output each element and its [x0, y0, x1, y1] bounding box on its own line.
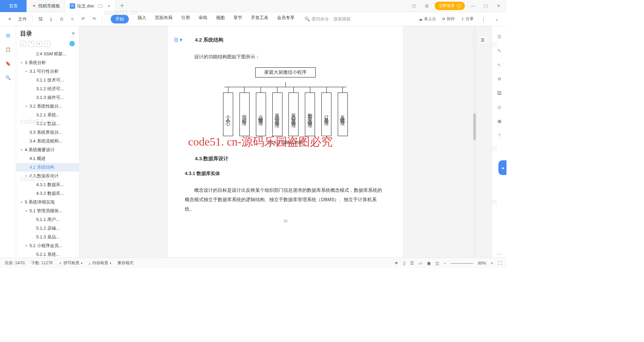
outline-node[interactable]: 5.1.1 用户...	[16, 215, 79, 224]
help-icon[interactable]: ?	[496, 131, 503, 139]
outline-node[interactable]: 3.2.1 系统...	[16, 111, 79, 119]
preview-icon[interactable]: ⍉	[69, 15, 76, 23]
ribbon-start[interactable]: 开始	[111, 15, 129, 23]
close-panel-icon[interactable]: ×	[72, 31, 75, 37]
add-node-icon[interactable]: +	[36, 41, 42, 47]
outline-node[interactable]: 3.4 系统流程和...	[16, 137, 79, 146]
side-fab-button[interactable]: ◂	[498, 160, 506, 175]
collapse-all-icon[interactable]: ⌄	[20, 41, 26, 47]
target-icon[interactable]: ◎	[496, 103, 503, 111]
pen-icon[interactable]: ✎	[496, 47, 503, 54]
scroll-thumb[interactable]	[473, 113, 476, 140]
ribbon-references[interactable]: 引用	[181, 15, 190, 23]
more-icon[interactable]: ⋮	[480, 15, 487, 23]
ribbon-dev[interactable]: 开发工具	[251, 15, 268, 23]
outline-node[interactable]: ▾5.1 管理员模块...	[16, 207, 79, 215]
heading-4-3-1: 4.3.1 数据库实体	[185, 171, 386, 177]
view-outline-icon[interactable]: ☰	[410, 261, 414, 266]
bookmark-toggle-icon[interactable]: ☰	[478, 36, 487, 44]
more-tools-icon[interactable]: ⋯	[496, 250, 503, 258]
save-icon[interactable]: 🖫	[37, 15, 44, 23]
maximize-icon[interactable]: ▢	[481, 1, 490, 11]
outline-node[interactable]: 5.2.1 系统...	[16, 250, 79, 258]
outline-badge-icon[interactable]	[69, 41, 75, 46]
eye-icon[interactable]: 👁	[394, 261, 398, 266]
spellcheck-button[interactable]: ✓拼写检查▾	[59, 260, 83, 266]
page-indicator[interactable]: 页面: 14/31	[5, 260, 25, 266]
ruler-icon[interactable]: ◫	[435, 261, 439, 266]
bookmark-rail-icon[interactable]: 🔖	[4, 60, 12, 67]
close-icon[interactable]: ×	[108, 3, 110, 9]
remove-node-icon[interactable]: −	[44, 41, 50, 47]
layout-icon[interactable]: ▣	[496, 117, 503, 125]
zoom-value[interactable]: 80%	[478, 261, 486, 266]
cloud-status[interactable]: ☁未上云	[419, 16, 436, 22]
outline-node[interactable]: 3.1.3 操作可...	[16, 93, 79, 102]
collab-button[interactable]: ⟳协作	[442, 16, 455, 22]
tab-home[interactable]: 首页	[0, 0, 27, 12]
redo-icon[interactable]: ↷	[90, 15, 98, 23]
outline-node[interactable]: 4.2 系统结构	[16, 163, 79, 172]
menu-icon[interactable]: ≡	[6, 15, 13, 23]
apps-grid-icon[interactable]: ⊞	[422, 1, 431, 11]
zoom-out-icon[interactable]: −	[444, 261, 446, 266]
outline-node[interactable]: 4.3.2 数据库...	[16, 189, 79, 198]
outline-node[interactable]: 4.1 概述	[16, 154, 79, 163]
outline-rail-icon[interactable]: ▤	[4, 32, 12, 39]
compat-mode[interactable]: 兼容模式	[117, 260, 133, 266]
vertical-scrollbar[interactable]	[473, 26, 476, 258]
outline-node[interactable]: 5.1.3 菜品...	[16, 233, 79, 241]
menu-lines-icon[interactable]: ☰	[496, 33, 503, 40]
word-count[interactable]: 字数: 11278	[31, 260, 53, 266]
layout-split-icon[interactable]: ◫	[409, 1, 419, 11]
share-button[interactable]: ⇪分享	[461, 16, 474, 22]
outline-node[interactable]: ▾5 系统详细实现	[16, 198, 79, 207]
view-page-icon[interactable]: ▯	[403, 261, 406, 266]
settings-icon[interactable]: ⚙	[496, 75, 503, 82]
command-search[interactable]: 🔍 查找命令、搜索模板	[305, 16, 351, 22]
outline-node[interactable]: 3.1.1 技术可...	[16, 76, 79, 84]
share-icon: ⇪	[461, 17, 464, 21]
outline-node[interactable]: ▾4.3.数据库设计	[16, 172, 79, 180]
ribbon-review[interactable]: 审阅	[199, 15, 207, 23]
print-icon[interactable]: ⎙	[58, 15, 65, 23]
ribbon-vip[interactable]: 会员专享	[277, 15, 294, 23]
outline-node[interactable]: ▾4 系统概要设计	[16, 146, 79, 154]
outline-node[interactable]: ▾3.1 可行性分析	[16, 67, 79, 76]
clipboard-rail-icon[interactable]: 📋	[4, 46, 12, 53]
ribbon-chapter[interactable]: 章节	[233, 15, 242, 23]
undo-icon[interactable]: ↶	[79, 15, 87, 23]
view-web-icon[interactable]: ▭	[419, 261, 422, 266]
minimize-icon[interactable]: —	[468, 1, 478, 11]
collapse-ribbon-icon[interactable]: ⌄	[493, 15, 500, 23]
tab-document[interactable]: W 论文.doc ×	[65, 0, 115, 12]
outline-node[interactable]: ▾5.2 小程序会员...	[16, 241, 79, 250]
ribbon-insert[interactable]: 插入	[138, 15, 146, 23]
cursor-icon[interactable]: ↖	[496, 61, 503, 68]
ribbon-view[interactable]: 视图	[216, 15, 225, 23]
outline-node[interactable]: 3.1.2 经济可...	[16, 84, 79, 93]
zoom-slider[interactable]: ———○——	[451, 261, 473, 266]
image-icon[interactable]: 🖼	[496, 89, 503, 97]
ribbon-layout[interactable]: 页面布局	[155, 15, 172, 23]
window-detach-icon[interactable]	[98, 4, 102, 8]
export-icon[interactable]: ⭳	[47, 15, 55, 23]
outline-node[interactable]: 3.3 系统界面分...	[16, 128, 79, 137]
outline-node[interactable]: 4.3.1 数据库...	[16, 180, 79, 189]
outline-node[interactable]: 2.4 SSM 框架...	[16, 50, 79, 58]
tab-templates[interactable]: ✦ 找稻壳模板	[27, 0, 65, 12]
outline-node[interactable]: 5.1.2 店铺...	[16, 224, 79, 233]
outline-node[interactable]: ▾3 系统分析	[16, 58, 79, 67]
close-window-icon[interactable]: ✕	[494, 1, 503, 11]
search-rail-icon[interactable]: 🔍	[4, 74, 12, 81]
new-tab-button[interactable]: +	[115, 2, 129, 10]
login-button[interactable]: 立即登录	[435, 2, 465, 10]
view-read-icon[interactable]: ▣	[427, 261, 431, 266]
outline-node[interactable]: ▾3.2 系统性能分...	[16, 102, 79, 111]
file-menu[interactable]: 文件	[17, 16, 28, 22]
fullscreen-icon[interactable]: ⛶	[498, 261, 502, 266]
content-check-button[interactable]: ⌕内容检查▾	[89, 260, 111, 266]
expand-all-icon[interactable]: ⌃	[28, 41, 34, 47]
outline-node[interactable]: 3.2.2 数据...	[16, 119, 79, 128]
zoom-in-icon[interactable]: +	[491, 261, 493, 266]
